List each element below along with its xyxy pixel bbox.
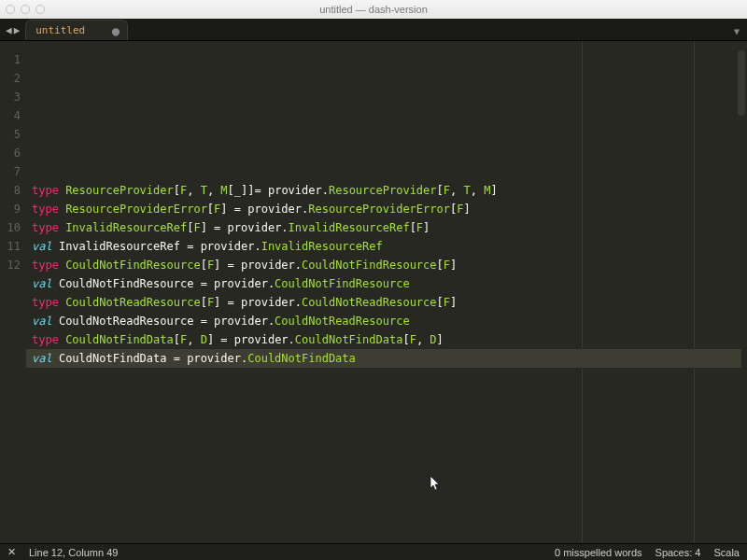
file-nav: ◀ ▶	[4, 24, 25, 40]
status-close-icon[interactable]: ✕	[7, 546, 16, 558]
token-p: [	[437, 184, 444, 197]
code-line[interactable]: val InvalidResourceRef = provider.Invali…	[32, 237, 741, 256]
token-type: D	[430, 333, 436, 346]
code-line[interactable]: type CouldNotFindResource[F] = provider.…	[32, 256, 741, 274]
line-number: 8	[0, 181, 21, 200]
status-syntax[interactable]: Scala	[713, 547, 740, 558]
token-kw: type	[32, 184, 59, 197]
token-type: T	[201, 184, 207, 197]
token-p: ]	[450, 259, 457, 272]
token-type: ResourceProvider	[329, 184, 437, 197]
token-type: CouldNotReadResource	[302, 296, 437, 309]
line-number: 7	[0, 162, 21, 181]
token-type: InvalidResourceRef	[289, 221, 410, 234]
code-line[interactable]: val CouldNotFindResource = provider.Coul…	[32, 274, 741, 293]
token-p: ]	[463, 203, 470, 216]
token-type: CouldNotFindResource	[275, 277, 410, 290]
window-titlebar: untitled — dash-version	[0, 0, 747, 19]
token-p: [	[437, 259, 444, 272]
code-line[interactable]	[32, 144, 741, 162]
tab-bar: ◀ ▶ untitled ● ▼	[0, 19, 747, 41]
code-line[interactable]: val CouldNotReadResource = provider.Coul…	[32, 312, 741, 330]
code-line[interactable]: type CouldNotReadResource[F] = provider.…	[32, 293, 741, 312]
token-p: ]	[450, 296, 457, 309]
token-p: ,	[416, 333, 430, 346]
token-kw: type	[32, 333, 59, 346]
token-type: CouldNotFindResource	[65, 259, 201, 272]
code-line[interactable]: type ResourceProvider[F, T, M[_]]= provi…	[32, 181, 741, 200]
token-type: CouldNotFindData	[295, 333, 403, 346]
line-number: 9	[0, 200, 21, 218]
token-type: F	[444, 296, 450, 309]
token-p: [	[174, 184, 180, 197]
token-val: val	[32, 352, 52, 365]
token-p: [	[201, 296, 207, 309]
line-number: 1	[0, 50, 21, 69]
code-line[interactable]	[32, 162, 741, 181]
token-p: ] = provider.	[201, 221, 289, 234]
token-kw: type	[32, 221, 59, 234]
code-line[interactable]: type InvalidResourceRef[F] = provider.In…	[32, 218, 741, 237]
token-p: [	[410, 221, 416, 234]
tab-label: untitled	[35, 24, 85, 36]
token-val: val	[32, 277, 52, 290]
line-number: 4	[0, 106, 21, 125]
token-p: CouldNotReadResource = provider.	[52, 315, 275, 328]
token-p: [	[174, 333, 180, 346]
token-p: [	[201, 259, 207, 272]
tab-overflow-icon[interactable]: ▼	[734, 26, 747, 40]
token-p: [	[207, 203, 214, 216]
token-type: InvalidResourceRef	[261, 240, 383, 253]
nav-back-icon[interactable]: ◀	[6, 24, 12, 36]
token-p: ] = provider.	[214, 296, 302, 309]
token-val: val	[32, 315, 52, 328]
line-number: 2	[0, 69, 21, 88]
nav-forward-icon[interactable]: ▶	[14, 24, 21, 36]
token-kw: type	[32, 203, 59, 216]
token-p: ,	[471, 184, 484, 197]
line-number-gutter: 123456789101112	[0, 41, 26, 543]
token-p: [	[402, 333, 409, 346]
token-type: CouldNotFindData	[247, 352, 356, 365]
token-kw: type	[32, 259, 59, 272]
status-cursor-pos[interactable]: Line 12, Column 49	[29, 547, 118, 558]
scrollbar-thumb[interactable]	[738, 50, 745, 116]
token-type: CouldNotFindResource	[302, 259, 437, 272]
editor-area[interactable]: 123456789101112 type ResourceProvider[F,…	[0, 41, 747, 543]
status-spellcheck[interactable]: 0 misspelled words	[555, 547, 642, 558]
code-line[interactable]: type ResourceProviderError[F] = provider…	[32, 200, 741, 218]
token-type: T	[463, 184, 470, 197]
code-line[interactable]: val CouldNotFindData = provider.CouldNot…	[26, 349, 741, 368]
token-p: [_]]= provider.	[228, 184, 329, 197]
token-val: val	[32, 240, 52, 253]
token-type: ResourceProvider	[65, 184, 174, 197]
token-type: CouldNotReadResource	[275, 315, 410, 328]
window-title: untitled — dash-version	[0, 4, 747, 15]
line-number: 6	[0, 144, 21, 162]
token-p: ] = provider.	[220, 203, 308, 216]
token-type: ResourceProviderError	[65, 203, 207, 216]
token-type: F	[410, 333, 416, 346]
token-type: CouldNotFindData	[65, 333, 174, 346]
token-p: ,	[187, 333, 200, 346]
token-type: InvalidResourceRef	[65, 221, 187, 234]
tab-untitled[interactable]: untitled ●	[25, 20, 128, 40]
token-p: ,	[187, 184, 200, 197]
status-indent[interactable]: Spaces: 4	[655, 547, 701, 558]
token-type: ResourceProviderError	[308, 203, 450, 216]
token-p: InvalidResourceRef = provider.	[52, 240, 261, 253]
token-p: ]	[490, 184, 497, 197]
code-content[interactable]: type ResourceProvider[F, T, M[_]]= provi…	[26, 41, 747, 543]
line-number: 3	[0, 88, 21, 106]
token-p: ] = provider.	[207, 333, 295, 346]
token-p: ]	[437, 333, 444, 346]
token-p: ] = provider.	[214, 259, 302, 272]
mouse-cursor-icon	[430, 475, 443, 495]
line-number: 12	[0, 256, 21, 274]
token-p: ,	[207, 184, 220, 197]
line-number: 11	[0, 237, 21, 256]
token-type: F	[444, 259, 450, 272]
code-line[interactable]: type CouldNotFindData[F, D] = provider.C…	[32, 330, 741, 349]
status-bar: ✕ Line 12, Column 49 0 misspelled words …	[0, 543, 747, 560]
token-type: D	[201, 333, 207, 346]
